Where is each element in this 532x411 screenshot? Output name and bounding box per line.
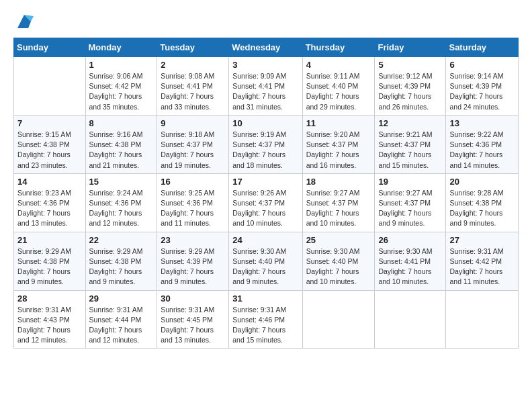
calendar-cell: 24Sunrise: 9:30 AM Sunset: 4:40 PM Dayli… xyxy=(229,232,302,290)
calendar-cell: 10Sunrise: 9:19 AM Sunset: 4:37 PM Dayli… xyxy=(229,115,302,173)
calendar-cell xyxy=(14,57,86,116)
day-number: 5 xyxy=(378,60,442,70)
calendar-cell: 20Sunrise: 9:28 AM Sunset: 4:38 PM Dayli… xyxy=(446,173,519,232)
day-info: Sunrise: 9:23 AM Sunset: 4:36 PM Dayligh… xyxy=(17,188,82,229)
day-info: Sunrise: 9:15 AM Sunset: 4:38 PM Dayligh… xyxy=(17,130,82,171)
col-header-monday: Monday xyxy=(85,38,157,57)
day-info: Sunrise: 9:19 AM Sunset: 4:37 PM Dayligh… xyxy=(232,130,298,171)
calendar-cell: 4Sunrise: 9:11 AM Sunset: 4:40 PM Daylig… xyxy=(302,57,375,116)
day-info: Sunrise: 9:18 AM Sunset: 4:37 PM Dayligh… xyxy=(161,130,225,171)
day-number: 9 xyxy=(161,118,225,128)
day-number: 20 xyxy=(449,177,515,187)
calendar-cell xyxy=(302,290,375,349)
col-header-sunday: Sunday xyxy=(14,38,86,57)
day-info: Sunrise: 9:22 AM Sunset: 4:36 PM Dayligh… xyxy=(449,130,515,171)
calendar-cell: 13Sunrise: 9:22 AM Sunset: 4:36 PM Dayli… xyxy=(446,115,519,173)
week-row-2: 7Sunrise: 9:15 AM Sunset: 4:38 PM Daylig… xyxy=(14,115,519,173)
day-info: Sunrise: 9:31 AM Sunset: 4:43 PM Dayligh… xyxy=(17,305,82,346)
day-info: Sunrise: 9:28 AM Sunset: 4:38 PM Dayligh… xyxy=(449,188,515,229)
calendar-cell: 16Sunrise: 9:25 AM Sunset: 4:36 PM Dayli… xyxy=(157,173,229,232)
day-info: Sunrise: 9:20 AM Sunset: 4:37 PM Dayligh… xyxy=(306,130,371,171)
calendar-cell: 26Sunrise: 9:30 AM Sunset: 4:41 PM Dayli… xyxy=(375,232,446,290)
day-info: Sunrise: 9:16 AM Sunset: 4:38 PM Dayligh… xyxy=(89,130,154,171)
calendar-cell xyxy=(446,290,519,349)
week-row-3: 14Sunrise: 9:23 AM Sunset: 4:36 PM Dayli… xyxy=(14,173,519,232)
day-info: Sunrise: 9:31 AM Sunset: 4:45 PM Dayligh… xyxy=(161,305,225,346)
day-info: Sunrise: 9:25 AM Sunset: 4:36 PM Dayligh… xyxy=(161,188,225,229)
calendar-table: SundayMondayTuesdayWednesdayThursdayFrid… xyxy=(13,38,519,349)
calendar-cell: 9Sunrise: 9:18 AM Sunset: 4:37 PM Daylig… xyxy=(157,115,229,173)
week-row-1: 1Sunrise: 9:06 AM Sunset: 4:42 PM Daylig… xyxy=(14,57,519,116)
day-info: Sunrise: 9:29 AM Sunset: 4:38 PM Dayligh… xyxy=(89,246,154,287)
col-header-saturday: Saturday xyxy=(446,38,519,57)
calendar-cell: 5Sunrise: 9:12 AM Sunset: 4:39 PM Daylig… xyxy=(375,57,446,116)
week-row-4: 21Sunrise: 9:29 AM Sunset: 4:38 PM Dayli… xyxy=(14,232,519,290)
day-info: Sunrise: 9:09 AM Sunset: 4:41 PM Dayligh… xyxy=(232,71,298,112)
day-number: 2 xyxy=(161,60,225,70)
day-number: 31 xyxy=(232,293,298,304)
day-info: Sunrise: 9:30 AM Sunset: 4:41 PM Dayligh… xyxy=(378,246,442,287)
day-info: Sunrise: 9:26 AM Sunset: 4:37 PM Dayligh… xyxy=(232,188,298,229)
calendar-cell: 27Sunrise: 9:31 AM Sunset: 4:42 PM Dayli… xyxy=(446,232,519,290)
day-info: Sunrise: 9:30 AM Sunset: 4:40 PM Dayligh… xyxy=(232,246,298,287)
day-number: 10 xyxy=(232,118,298,128)
col-header-tuesday: Tuesday xyxy=(157,38,229,57)
page: SundayMondayTuesdayWednesdayThursdayFrid… xyxy=(0,0,532,411)
calendar-cell: 22Sunrise: 9:29 AM Sunset: 4:38 PM Dayli… xyxy=(85,232,157,290)
day-info: Sunrise: 9:12 AM Sunset: 4:39 PM Dayligh… xyxy=(378,71,442,112)
day-number: 7 xyxy=(17,118,82,128)
calendar-cell: 2Sunrise: 9:08 AM Sunset: 4:41 PM Daylig… xyxy=(157,57,229,116)
day-info: Sunrise: 9:08 AM Sunset: 4:41 PM Dayligh… xyxy=(161,71,225,112)
day-info: Sunrise: 9:30 AM Sunset: 4:40 PM Dayligh… xyxy=(306,246,371,287)
day-info: Sunrise: 9:29 AM Sunset: 4:39 PM Dayligh… xyxy=(161,246,225,287)
logo xyxy=(13,12,34,31)
day-number: 14 xyxy=(17,177,82,187)
day-info: Sunrise: 9:14 AM Sunset: 4:39 PM Dayligh… xyxy=(449,71,515,112)
calendar-cell: 7Sunrise: 9:15 AM Sunset: 4:38 PM Daylig… xyxy=(14,115,86,173)
day-number: 18 xyxy=(306,177,371,187)
day-number: 1 xyxy=(89,60,154,70)
day-number: 29 xyxy=(89,293,154,304)
day-number: 11 xyxy=(306,118,371,128)
calendar-cell: 17Sunrise: 9:26 AM Sunset: 4:37 PM Dayli… xyxy=(229,173,302,232)
day-number: 28 xyxy=(17,293,82,304)
day-number: 8 xyxy=(89,118,154,128)
day-number: 24 xyxy=(232,235,298,245)
day-number: 22 xyxy=(89,235,154,245)
calendar-cell: 15Sunrise: 9:24 AM Sunset: 4:36 PM Dayli… xyxy=(85,173,157,232)
header xyxy=(13,12,519,31)
calendar-cell: 25Sunrise: 9:30 AM Sunset: 4:40 PM Dayli… xyxy=(302,232,375,290)
day-info: Sunrise: 9:27 AM Sunset: 4:37 PM Dayligh… xyxy=(378,188,442,229)
day-number: 17 xyxy=(232,177,298,187)
calendar-cell xyxy=(375,290,446,349)
calendar-cell: 21Sunrise: 9:29 AM Sunset: 4:38 PM Dayli… xyxy=(14,232,86,290)
day-number: 13 xyxy=(449,118,515,128)
calendar-cell: 3Sunrise: 9:09 AM Sunset: 4:41 PM Daylig… xyxy=(229,57,302,116)
day-number: 25 xyxy=(306,235,371,245)
day-number: 3 xyxy=(232,60,298,70)
week-row-5: 28Sunrise: 9:31 AM Sunset: 4:43 PM Dayli… xyxy=(14,290,519,349)
calendar-cell: 29Sunrise: 9:31 AM Sunset: 4:44 PM Dayli… xyxy=(85,290,157,349)
calendar-cell: 1Sunrise: 9:06 AM Sunset: 4:42 PM Daylig… xyxy=(85,57,157,116)
day-info: Sunrise: 9:31 AM Sunset: 4:42 PM Dayligh… xyxy=(449,246,515,287)
day-number: 19 xyxy=(378,177,442,187)
calendar-cell: 23Sunrise: 9:29 AM Sunset: 4:39 PM Dayli… xyxy=(157,232,229,290)
logo-icon xyxy=(15,12,34,31)
col-header-thursday: Thursday xyxy=(302,38,375,57)
day-number: 23 xyxy=(161,235,225,245)
day-info: Sunrise: 9:31 AM Sunset: 4:44 PM Dayligh… xyxy=(89,305,154,346)
calendar-cell: 6Sunrise: 9:14 AM Sunset: 4:39 PM Daylig… xyxy=(446,57,519,116)
day-number: 15 xyxy=(89,177,154,187)
day-info: Sunrise: 9:24 AM Sunset: 4:36 PM Dayligh… xyxy=(89,188,154,229)
day-number: 30 xyxy=(161,293,225,304)
day-info: Sunrise: 9:31 AM Sunset: 4:46 PM Dayligh… xyxy=(232,305,298,346)
day-info: Sunrise: 9:29 AM Sunset: 4:38 PM Dayligh… xyxy=(17,246,82,287)
calendar-cell: 28Sunrise: 9:31 AM Sunset: 4:43 PM Dayli… xyxy=(14,290,86,349)
calendar-cell: 14Sunrise: 9:23 AM Sunset: 4:36 PM Dayli… xyxy=(14,173,86,232)
calendar-cell: 11Sunrise: 9:20 AM Sunset: 4:37 PM Dayli… xyxy=(302,115,375,173)
calendar-header-row: SundayMondayTuesdayWednesdayThursdayFrid… xyxy=(14,38,519,57)
day-number: 12 xyxy=(378,118,442,128)
col-header-friday: Friday xyxy=(375,38,446,57)
calendar-cell: 31Sunrise: 9:31 AM Sunset: 4:46 PM Dayli… xyxy=(229,290,302,349)
day-number: 6 xyxy=(449,60,515,70)
